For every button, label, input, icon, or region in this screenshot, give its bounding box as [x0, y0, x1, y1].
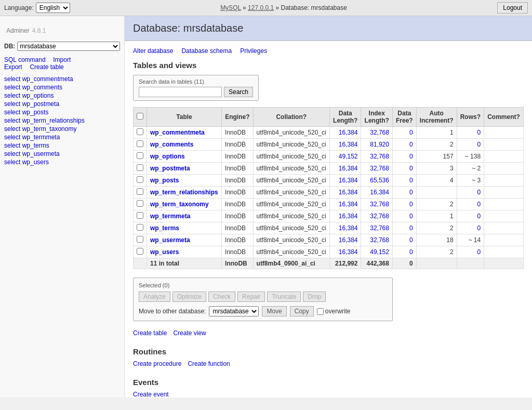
table-data-free: 0 — [392, 222, 416, 234]
sidebar-nav-link[interactable]: select wp_term_relationships — [4, 116, 120, 125]
table-auto-increment: 2 — [416, 139, 457, 151]
table-name-link[interactable]: wp_termmeta — [150, 213, 190, 220]
row-checkbox[interactable] — [137, 152, 143, 159]
table-name-link[interactable]: wp_postmeta — [150, 165, 190, 172]
move-db-select[interactable]: mrsdatabase — [209, 306, 259, 316]
table-name-link[interactable]: wp_usermeta — [150, 236, 190, 244]
row-checkbox[interactable] — [137, 188, 143, 195]
search-box: Search data in tables (11) Search — [133, 75, 259, 101]
row-checkbox-cell[interactable] — [134, 210, 147, 222]
table-name-link[interactable]: wp_users — [150, 248, 179, 256]
table-engine: InnoDB — [222, 210, 253, 222]
select-all-checkbox[interactable] — [137, 113, 143, 120]
row-checkbox-cell[interactable] — [134, 199, 147, 210]
row-checkbox[interactable] — [137, 176, 143, 183]
row-checkbox[interactable] — [137, 164, 143, 171]
table-name-link[interactable]: wp_comments — [150, 141, 193, 148]
overwrite-checkbox[interactable] — [317, 308, 324, 315]
row-checkbox[interactable] — [137, 140, 143, 147]
table-name-link[interactable]: wp_terms — [150, 224, 179, 232]
table-comment — [484, 163, 524, 175]
table-index-length: 81,920 — [361, 139, 392, 151]
sidebar-nav-link[interactable]: select wp_terms — [4, 141, 120, 150]
header-data-length: DataLength? — [330, 108, 361, 127]
row-checkbox-cell[interactable] — [134, 139, 147, 151]
breadcrumb-ip[interactable]: 127.0.0.1 — [248, 4, 274, 11]
action-button-repair[interactable]: Repair — [237, 292, 265, 302]
table-rows: 0 — [457, 199, 484, 210]
table-collation: utf8mb4_unicode_520_ci — [253, 151, 329, 163]
table-name-link[interactable]: wp_term_relationships — [150, 189, 218, 196]
table-name-cell: wp_terms — [147, 222, 222, 234]
row-checkbox-cell[interactable] — [134, 163, 147, 175]
search-input[interactable] — [139, 87, 222, 97]
row-checkbox-cell[interactable] — [134, 222, 147, 234]
action-button-drop[interactable]: Drop — [303, 292, 326, 302]
events-link[interactable]: Create event — [133, 391, 169, 398]
row-checkbox-cell[interactable] — [134, 175, 147, 187]
table-engine: InnoDB — [222, 246, 253, 258]
table-rows: 0 — [457, 246, 484, 258]
table-name-link[interactable]: wp_commentmeta — [150, 129, 205, 136]
create-table-sidebar-link[interactable]: Create table — [30, 63, 63, 71]
table-data-free: 0 — [392, 210, 416, 222]
table-index-length: 49,152 — [361, 246, 392, 258]
routines-link[interactable]: Create procedure — [133, 360, 181, 367]
table-name-link[interactable]: wp_options — [150, 153, 185, 160]
action-button-analyze[interactable]: Analyze — [139, 292, 170, 302]
action-button-check[interactable]: Check — [208, 292, 235, 302]
row-checkbox-cell[interactable] — [134, 151, 147, 163]
row-checkbox[interactable] — [137, 248, 143, 255]
import-link[interactable]: Import — [53, 56, 71, 63]
copy-button[interactable]: Copy — [290, 306, 314, 316]
sidebar-nav-link[interactable]: select wp_posts — [4, 108, 120, 116]
row-checkbox-cell[interactable] — [134, 187, 147, 199]
action-button-optimize[interactable]: Optimize — [172, 292, 206, 302]
row-checkbox-cell[interactable] — [134, 246, 147, 258]
tab-link[interactable]: Database schema — [181, 47, 232, 55]
table-comment — [484, 210, 524, 222]
row-checkbox-cell[interactable] — [134, 234, 147, 246]
language-select[interactable]: English — [36, 3, 70, 13]
tab-link[interactable]: Privileges — [240, 47, 267, 55]
table-row: wp_comments InnoDB utf8mb4_unicode_520_c… — [134, 139, 524, 151]
sidebar-nav-link[interactable]: select wp_termmeta — [4, 133, 120, 141]
table-data-length: 16,384 — [330, 234, 361, 246]
create-link[interactable]: Create view — [173, 329, 206, 337]
table-index-length: 32,768 — [361, 222, 392, 234]
sidebar-nav-link[interactable]: select wp_comments — [4, 83, 120, 91]
table-index-length: 65,536 — [361, 175, 392, 187]
search-button[interactable]: Search — [224, 87, 253, 97]
sidebar-nav-link[interactable]: select wp_commentmeta — [4, 75, 120, 83]
sidebar-nav-link[interactable]: select wp_postmeta — [4, 100, 120, 108]
tab-link[interactable]: Alter database — [133, 47, 173, 55]
sidebar-nav-link[interactable]: select wp_options — [4, 91, 120, 100]
action-button-truncate[interactable]: Truncate — [267, 292, 301, 302]
table-collation: utf8mb4_unicode_520_ci — [253, 187, 329, 199]
move-button[interactable]: Move — [262, 306, 286, 316]
table-data-length: 16,384 — [330, 199, 361, 210]
db-select[interactable]: mrsdatabase — [17, 42, 120, 51]
table-rows: 0 — [457, 127, 484, 139]
table-collation: utf8mb4_unicode_520_ci — [253, 222, 329, 234]
row-checkbox[interactable] — [137, 128, 143, 135]
sql-command-link[interactable]: SQL command — [4, 56, 46, 63]
row-checkbox[interactable] — [137, 224, 143, 231]
sidebar-nav-link[interactable]: select wp_users — [4, 158, 120, 166]
table-name-link[interactable]: wp_posts — [150, 177, 179, 184]
export-link[interactable]: Export — [4, 63, 22, 71]
create-link[interactable]: Create table — [133, 329, 167, 337]
breadcrumb-mysql[interactable]: MySQL — [220, 4, 241, 11]
row-checkbox[interactable] — [137, 200, 143, 207]
row-checkbox-cell[interactable] — [134, 127, 147, 139]
table-name-link[interactable]: wp_term_taxonomy — [150, 201, 209, 208]
selected-title: Selected (0) — [139, 282, 387, 288]
sidebar-nav-link[interactable]: select wp_term_taxonomy — [4, 125, 120, 133]
table-name-cell: wp_options — [147, 151, 222, 163]
row-checkbox[interactable] — [137, 236, 143, 243]
table-row: wp_posts InnoDB utf8mb4_unicode_520_ci 1… — [134, 175, 524, 187]
logout-button[interactable]: Logout — [497, 2, 528, 14]
row-checkbox[interactable] — [137, 212, 143, 219]
routines-link[interactable]: Create function — [188, 360, 230, 367]
sidebar-nav-link[interactable]: select wp_usermeta — [4, 150, 120, 158]
